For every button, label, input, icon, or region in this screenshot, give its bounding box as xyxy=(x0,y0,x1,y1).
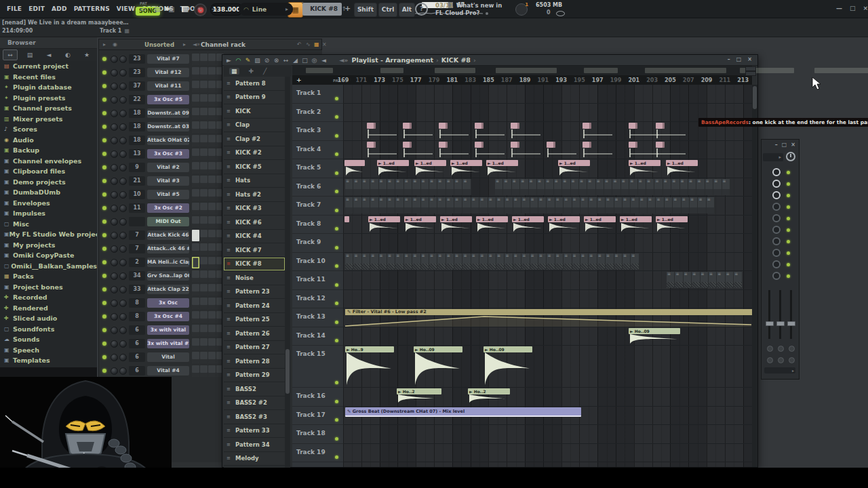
pattern-item[interactable]: ≡KICK #5 xyxy=(224,160,285,174)
step-cell[interactable] xyxy=(192,148,199,160)
audio-clip-ho[interactable]: ► Ho..9 xyxy=(345,346,394,352)
pan-knob[interactable] xyxy=(111,313,118,321)
track-header[interactable]: Track 12 xyxy=(292,290,343,309)
browser-item[interactable]: ♪Scores xyxy=(0,124,97,135)
pattern-clip-cell[interactable] xyxy=(530,253,538,270)
mute-icon[interactable]: ⊗ xyxy=(273,56,279,65)
step-cell[interactable] xyxy=(208,325,216,336)
step-cell[interactable] xyxy=(192,203,199,214)
volume-knob[interactable] xyxy=(119,178,127,185)
pattern-clip-cell[interactable] xyxy=(454,197,462,214)
volume-knob[interactable] xyxy=(119,340,127,348)
volume-knob[interactable] xyxy=(119,191,127,199)
track-lane[interactable]: ► 1..ed► 1..ed► 1..ed► 1..ed► 1..ed► 1..… xyxy=(343,159,752,178)
track-lane[interactable]: ✎ Gross Beat (Downstream CHat 07) - Mix … xyxy=(343,407,752,426)
pattern-clip-cell[interactable] xyxy=(530,197,538,214)
track-lane[interactable] xyxy=(343,234,752,253)
step-cell[interactable] xyxy=(200,243,208,255)
pattern-clip-cell[interactable] xyxy=(412,197,420,214)
mixer-fader[interactable] xyxy=(779,290,781,339)
step-cell[interactable] xyxy=(200,108,208,119)
track-lane[interactable] xyxy=(343,85,752,104)
step-cell[interactable] xyxy=(200,216,208,228)
track-header[interactable]: Track 3 xyxy=(292,122,343,141)
menu-view[interactable]: VIEW xyxy=(113,4,138,14)
pattern-clip-cell[interactable] xyxy=(421,197,429,214)
pattern-clip-cell[interactable] xyxy=(638,179,646,195)
pattern-clip-cell[interactable] xyxy=(521,253,530,270)
step-cell[interactable] xyxy=(192,365,199,377)
audio-clip-ho[interactable]: ► Ho..2 xyxy=(397,388,441,394)
pattern-item[interactable]: ≡KICK #4 xyxy=(224,230,285,244)
pattern-clip-cell[interactable] xyxy=(572,253,580,270)
mixer-knob[interactable] xyxy=(772,249,781,257)
pattern-clip-cell[interactable] xyxy=(404,253,412,270)
pattern-clip-cell[interactable] xyxy=(572,197,580,214)
step-cell[interactable] xyxy=(200,81,208,92)
pattern-item[interactable]: ≡Clap #2 xyxy=(224,132,285,146)
select-icon[interactable]: □ xyxy=(302,56,308,65)
channel-mute-led[interactable] xyxy=(102,125,106,129)
step-cell[interactable] xyxy=(200,365,208,377)
track-header[interactable]: Track 1 xyxy=(292,85,343,104)
pattern-clip-band[interactable] xyxy=(345,179,485,195)
track-led[interactable] xyxy=(335,264,338,268)
mixer-led[interactable] xyxy=(787,228,790,232)
step-cell[interactable] xyxy=(192,121,199,133)
track-lane[interactable]: ✎ Filter - Vital #6 - Low pass #2 xyxy=(343,308,752,327)
browser-item[interactable]: ▣Impulses xyxy=(0,208,97,219)
volume-knob[interactable] xyxy=(119,232,127,239)
step-cell[interactable] xyxy=(208,216,216,228)
audio-clip-ho[interactable]: ► Ho..09 xyxy=(629,328,680,334)
track-led[interactable] xyxy=(335,171,338,175)
pattern-item[interactable]: ≡Pattern 26 xyxy=(224,327,285,341)
mixer-mini-knob[interactable] xyxy=(789,346,795,352)
audio-clip[interactable] xyxy=(344,216,349,222)
pattern-clip-cell[interactable] xyxy=(705,179,713,195)
mixer-mini-knob[interactable] xyxy=(767,357,773,363)
pattern-clip-cell[interactable] xyxy=(623,253,631,270)
pattern-clip-cell[interactable] xyxy=(370,197,378,214)
volume-knob[interactable] xyxy=(119,286,127,293)
step-cell[interactable] xyxy=(192,270,199,282)
pattern-item[interactable]: ≡Pattern 28 xyxy=(224,354,285,369)
pattern-clip-cell[interactable] xyxy=(503,179,511,195)
mixer-led[interactable] xyxy=(787,251,790,255)
pattern-clip-cell[interactable] xyxy=(345,179,353,195)
news-banner[interactable]: 03/11What's new in FL Cloud Pro? xyxy=(435,2,511,17)
volume-knob[interactable] xyxy=(119,218,127,226)
track-led[interactable] xyxy=(335,246,338,249)
pattern-item[interactable]: ≡Hats xyxy=(224,174,285,188)
track-header[interactable]: Track 18 xyxy=(292,425,343,444)
browser-item[interactable]: ▢Omiki__Balkan_Samples xyxy=(0,261,97,272)
channel-button[interactable]: Attack Kick 46 xyxy=(147,230,189,240)
pattern-clip-cell[interactable] xyxy=(395,253,403,270)
step-cell[interactable] xyxy=(200,94,208,106)
zoom-in-button[interactable] xyxy=(745,66,756,71)
pattern-clip-cell[interactable] xyxy=(562,179,570,195)
audio-clip[interactable]: ► 1..ed xyxy=(486,160,518,166)
step-cell[interactable] xyxy=(208,243,216,255)
track-lane[interactable] xyxy=(343,178,752,197)
pattern-clip-cell[interactable] xyxy=(412,253,420,270)
audio-clip-ho[interactable]: ► Ho..09 xyxy=(414,346,462,352)
track-led[interactable] xyxy=(335,400,338,403)
step-cell[interactable] xyxy=(192,189,199,201)
browser-item[interactable]: ✦Plugin presets xyxy=(0,93,97,104)
channel-button[interactable]: 3x with vital #2 xyxy=(147,339,189,348)
mixer-led[interactable] xyxy=(787,171,790,174)
pattern-clip-cell[interactable] xyxy=(446,179,454,195)
automation-clip[interactable]: ✎ Filter - Vital #6 - Low pass #2 xyxy=(345,309,751,315)
pattern-clip-cell[interactable] xyxy=(722,179,730,195)
step-cell[interactable] xyxy=(208,284,216,296)
menu-file[interactable]: FILE xyxy=(3,4,25,14)
pattern-clip-kick[interactable] xyxy=(403,142,434,148)
undo-icon[interactable]: ↶ xyxy=(297,41,302,47)
playlist-timeline[interactable]: + PAT 1691711731751771791811831851871891… xyxy=(292,76,752,85)
step-cell[interactable] xyxy=(208,365,216,377)
pattern-clip-cell[interactable] xyxy=(496,253,505,270)
pattern-clip-cell[interactable] xyxy=(495,179,503,195)
pattern-clip-cell[interactable] xyxy=(488,197,496,214)
pattern-clip-cell[interactable] xyxy=(646,179,654,195)
pattern-clip-cell[interactable] xyxy=(648,197,656,214)
